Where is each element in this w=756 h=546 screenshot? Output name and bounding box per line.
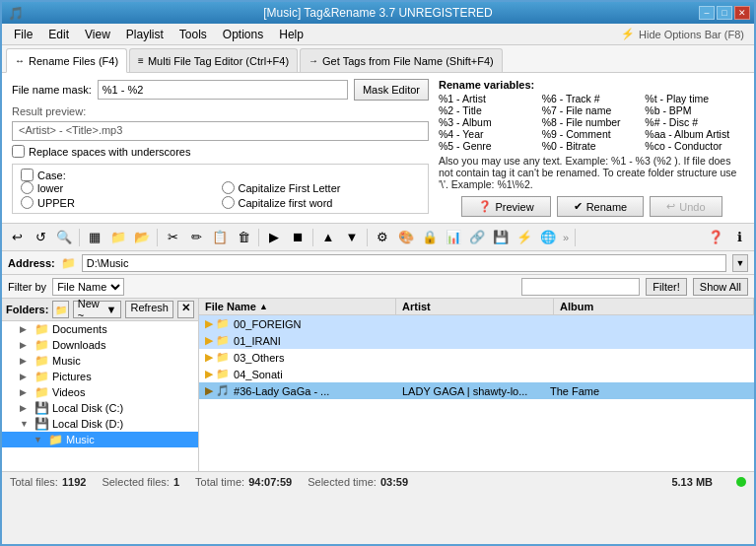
tb-back-button[interactable]: ↩ bbox=[6, 227, 28, 248]
hide-options-button[interactable]: ⚡ Hide Options Bar (F8) bbox=[615, 26, 750, 42]
folder-downloads[interactable]: ▶ 📁 Downloads bbox=[2, 337, 198, 353]
minimize-button[interactable]: – bbox=[699, 6, 715, 20]
menu-help[interactable]: Help bbox=[271, 26, 311, 43]
file-row-00-foreign[interactable]: ▶ 📁 00_FOREIGN bbox=[199, 315, 754, 332]
file-row-01-irani[interactable]: ▶ 📁 01_IRANI bbox=[199, 332, 754, 349]
col-header-filename[interactable]: File Name ▲ bbox=[199, 299, 396, 314]
window-title: [Music] Tag&Rename 3.7 UNREGISTERED bbox=[263, 6, 493, 20]
case-upper-radio[interactable] bbox=[21, 196, 34, 209]
var-7: %7 - File name bbox=[542, 104, 642, 116]
case-capitalize-radio[interactable] bbox=[222, 181, 235, 194]
folders-label: Folders: bbox=[6, 304, 48, 315]
tb-view-button[interactable]: ▦ bbox=[84, 227, 105, 248]
tb-lock-button[interactable]: 🔒 bbox=[419, 227, 441, 248]
tb-cut-button[interactable]: ✂ bbox=[162, 227, 183, 248]
replace-spaces-checkbox[interactable] bbox=[12, 145, 25, 158]
menu-view[interactable]: View bbox=[77, 26, 118, 43]
folder-name-downloads: Downloads bbox=[52, 339, 105, 351]
folder-videos[interactable]: ▶ 📁 Videos bbox=[2, 384, 198, 400]
selected-time-value: 03:59 bbox=[380, 476, 408, 488]
close-button[interactable]: ✕ bbox=[734, 6, 750, 20]
tab-multi-tag[interactable]: ≡ Multi File Tag Editor (Ctrl+F4) bbox=[129, 48, 298, 72]
var-b: %b - BPM bbox=[645, 104, 744, 116]
folder-d[interactable]: ▼ 💾 Local Disk (D:) bbox=[2, 416, 198, 432]
col-header-artist[interactable]: Artist bbox=[396, 299, 554, 314]
col-artist-label: Artist bbox=[402, 301, 431, 312]
preview-label: Preview bbox=[496, 201, 534, 213]
address-label: Address: bbox=[8, 257, 55, 269]
folder-icon-documents: 📁 bbox=[34, 322, 49, 336]
mask-input[interactable] bbox=[98, 80, 348, 100]
case-lower-radio[interactable] bbox=[21, 181, 34, 194]
folder-documents[interactable]: ▶ 📁 Documents bbox=[2, 321, 198, 337]
folders-collapse-button[interactable]: 📁 bbox=[52, 301, 68, 318]
folders-refresh-button[interactable]: Refresh bbox=[125, 301, 173, 318]
folder-music[interactable]: ▶ 📁 Music bbox=[2, 353, 198, 369]
tb-settings-button[interactable]: ⚙ bbox=[372, 227, 393, 248]
tb-play-button[interactable]: ▶ bbox=[263, 227, 285, 248]
mask-label: File name mask: bbox=[12, 84, 92, 96]
total-files-label: Total files: bbox=[10, 476, 58, 488]
folder-icon-c: 💾 bbox=[34, 401, 49, 415]
tb-palette-button[interactable]: 🎨 bbox=[395, 227, 417, 248]
tb-link-button[interactable]: 🔗 bbox=[466, 227, 488, 248]
tb-down-button[interactable]: ▼ bbox=[341, 227, 363, 248]
undo-button[interactable]: ↩ Undo bbox=[650, 196, 722, 217]
mask-editor-button[interactable]: Mask Editor bbox=[354, 79, 429, 101]
maximize-button[interactable]: □ bbox=[717, 6, 732, 20]
folders-new-button[interactable]: New ~ ▼ bbox=[73, 301, 122, 318]
tab-get-tags[interactable]: → Get Tags from File Name (Shift+F4) bbox=[300, 48, 503, 72]
file-artist-03 bbox=[396, 357, 544, 359]
folders-header: Folders: 📁 New ~ ▼ Refresh ✕ bbox=[2, 299, 198, 321]
folder-pictures[interactable]: ▶ 📁 Pictures bbox=[2, 369, 198, 384]
case-checkbox[interactable] bbox=[21, 169, 34, 181]
menu-options[interactable]: Options bbox=[215, 26, 271, 43]
folder-icon-d-music: 📁 bbox=[48, 433, 63, 446]
tb-stop-button[interactable]: ⏹ bbox=[287, 227, 309, 248]
menu-edit[interactable]: Edit bbox=[40, 26, 77, 43]
rename-note: Also you may use any text. Example: %1 -… bbox=[439, 155, 744, 190]
file-row-04-sonati[interactable]: ▶ 📁 04_Sonati bbox=[199, 366, 754, 382]
folder-c[interactable]: ▶ 💾 Local Disk (C:) bbox=[2, 400, 198, 416]
tb-save-button[interactable]: 💾 bbox=[490, 227, 512, 248]
folder-arrow-pictures: ▶ bbox=[20, 372, 32, 381]
case-firstword-radio[interactable] bbox=[222, 196, 235, 209]
toolbar: ↩ ↺ 🔍 ▦ 📁 📂 ✂ ✏ 📋 🗑 ▶ ⏹ ▲ ▼ ⚙ 🎨 🔒 📊 🔗 💾 … bbox=[2, 224, 754, 251]
tb-up-button[interactable]: ▲ bbox=[317, 227, 339, 248]
tb-copy-button[interactable]: 📋 bbox=[209, 227, 231, 248]
tb-edit-button[interactable]: ✏ bbox=[185, 227, 207, 248]
tb-help-button[interactable]: ❓ bbox=[705, 227, 726, 248]
tb-open-button[interactable]: 📂 bbox=[131, 227, 153, 248]
address-input[interactable] bbox=[82, 254, 726, 272]
tb-info-button[interactable]: ℹ bbox=[728, 227, 750, 248]
tb-search-button[interactable]: 🔍 bbox=[53, 227, 75, 248]
tb-chart-button[interactable]: 📊 bbox=[443, 227, 464, 248]
show-all-button[interactable]: Show All bbox=[693, 278, 748, 296]
rename-button[interactable]: ✔ Rename bbox=[557, 196, 645, 217]
menu-tools[interactable]: Tools bbox=[172, 26, 215, 43]
folder-d-music[interactable]: ▼ 📁 Music bbox=[2, 432, 198, 447]
tb-flash-button[interactable]: ⚡ bbox=[514, 227, 535, 248]
file-row-gaga[interactable]: ▶ 🎵 #36-Lady GaGa - ... LADY GAGA | shaw… bbox=[199, 382, 754, 399]
case-section: Case: lower Capitalize First Letter UPPE… bbox=[12, 164, 429, 214]
rename-left: File name mask: Mask Editor Result previ… bbox=[12, 79, 429, 217]
tb-sep-3 bbox=[258, 229, 259, 246]
tb-delete-button[interactable]: 🗑 bbox=[233, 227, 254, 248]
rename-panel: File name mask: Mask Editor Result previ… bbox=[2, 73, 754, 224]
tab-rename-files[interactable]: ↔ Rename Files (F4) bbox=[6, 48, 127, 73]
filter-select[interactable]: File Name Artist Album Title bbox=[52, 278, 124, 296]
filter-input[interactable] bbox=[521, 278, 640, 296]
file-row-03-others[interactable]: ▶ 📁 03_Others bbox=[199, 349, 754, 366]
preview-button[interactable]: ❓ Preview bbox=[461, 196, 551, 217]
col-header-album[interactable]: Album bbox=[554, 299, 754, 314]
folders-close-button[interactable]: ✕ bbox=[177, 301, 194, 318]
folder-arrow-d: ▼ bbox=[20, 419, 32, 429]
tb-folder-button[interactable]: 📁 bbox=[107, 227, 129, 248]
filter-button[interactable]: Filter! bbox=[646, 278, 687, 296]
folder-name-d-music: Music bbox=[66, 434, 95, 445]
address-dropdown[interactable]: ▼ bbox=[732, 254, 748, 272]
tb-globe-button[interactable]: 🌐 bbox=[537, 227, 559, 248]
menu-file[interactable]: File bbox=[6, 26, 40, 43]
menu-playlist[interactable]: Playlist bbox=[118, 26, 172, 43]
tb-refresh-button[interactable]: ↺ bbox=[30, 227, 51, 248]
